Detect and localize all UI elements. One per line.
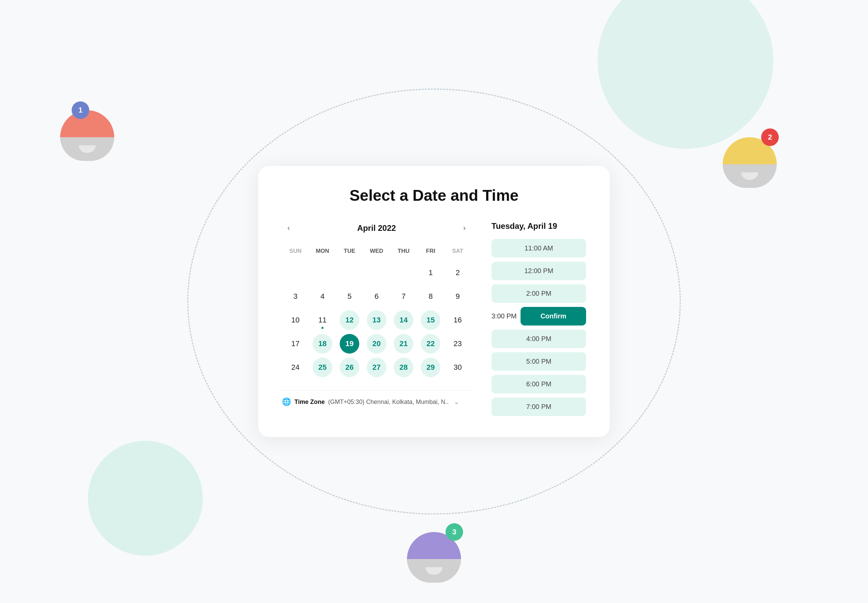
- avatar-2-body: [723, 164, 777, 188]
- day-17[interactable]: 17: [282, 333, 309, 354]
- day-header-fri: FRI: [417, 245, 444, 260]
- day-11[interactable]: 11: [309, 309, 336, 331]
- chevron-down-icon: ⌄: [454, 398, 459, 406]
- day-empty: [309, 262, 336, 284]
- day-26[interactable]: 26: [340, 358, 359, 377]
- day-9[interactable]: 9: [444, 286, 471, 307]
- day-4[interactable]: 4: [309, 286, 336, 307]
- main-card: Select a Date and Time ‹ April 2022 › SU…: [258, 166, 610, 437]
- day-13[interactable]: 13: [367, 310, 386, 330]
- day-header-thu: THU: [390, 245, 417, 260]
- timezone-label: Time Zone: [294, 399, 325, 406]
- month-label: April 2022: [357, 223, 396, 233]
- day-empty: [363, 262, 390, 284]
- bg-circle-bottom-left: [88, 441, 203, 556]
- avatar-2-badge: 2: [761, 128, 779, 146]
- next-month-button[interactable]: ›: [458, 221, 471, 235]
- time-label-300pm: 3:00 PM: [491, 312, 516, 320]
- confirm-button[interactable]: Confirm: [520, 307, 586, 326]
- day-28[interactable]: 28: [394, 358, 413, 377]
- day-header-sat: SAT: [444, 245, 471, 260]
- timezone-selector[interactable]: 🌐 Time Zone (GMT+05:30) Chennai, Kolkata…: [282, 390, 471, 406]
- day-empty: [390, 262, 417, 284]
- time-slot-700pm[interactable]: 7:00 PM: [491, 397, 586, 416]
- day-3[interactable]: 3: [282, 286, 309, 307]
- day-27[interactable]: 27: [367, 358, 386, 377]
- avatar-1-body: [60, 137, 114, 161]
- avatar-3-face: [426, 567, 442, 575]
- day-25[interactable]: 25: [313, 358, 332, 377]
- avatar-2-face: [741, 172, 758, 180]
- day-19[interactable]: 19: [340, 334, 359, 354]
- day-14[interactable]: 14: [394, 310, 413, 330]
- avatar-1-face: [79, 145, 96, 153]
- globe-icon: 🌐: [282, 397, 291, 406]
- avatar-1-badge: 1: [72, 101, 89, 119]
- day-22[interactable]: 22: [421, 334, 440, 354]
- day-2[interactable]: 2: [444, 262, 471, 284]
- day-7[interactable]: 7: [390, 286, 417, 307]
- avatar-3: 3: [407, 523, 461, 583]
- time-slot-600pm[interactable]: 6:00 PM: [491, 375, 586, 393]
- day-23[interactable]: 23: [444, 333, 471, 354]
- timezone-value: (GMT+05:30) Chennai, Kolkata, Mumbai, N.…: [328, 399, 449, 406]
- day-15[interactable]: 15: [421, 310, 440, 330]
- day-16[interactable]: 16: [444, 309, 471, 331]
- time-slot-1100am[interactable]: 11:00 AM: [491, 239, 586, 258]
- day-empty: [282, 262, 309, 284]
- prev-month-button[interactable]: ‹: [282, 221, 295, 235]
- day-20[interactable]: 20: [367, 334, 386, 354]
- day-header-tue: TUE: [336, 245, 363, 260]
- day-header-wed: WED: [363, 245, 390, 260]
- day-empty: [336, 262, 363, 284]
- day-6[interactable]: 6: [363, 286, 390, 307]
- day-30[interactable]: 30: [444, 357, 471, 378]
- time-slot-row-300pm: 3:00 PM Confirm: [491, 307, 586, 326]
- day-29[interactable]: 29: [421, 358, 440, 377]
- day-8[interactable]: 8: [417, 286, 444, 307]
- day-header-sun: SUN: [282, 245, 309, 260]
- time-slot-1200pm[interactable]: 12:00 PM: [491, 261, 586, 280]
- day-10[interactable]: 10: [282, 309, 309, 331]
- day-5[interactable]: 5: [336, 286, 363, 307]
- calendar-grid: SUN MON TUE WED THU FRI SAT 1 2 3 4 5 6: [282, 245, 471, 378]
- card-body: ‹ April 2022 › SUN MON TUE WED THU FRI S…: [282, 221, 586, 420]
- day-12[interactable]: 12: [340, 310, 359, 330]
- avatar-1: 1: [60, 101, 114, 161]
- avatar-2: 2: [723, 128, 777, 188]
- bg-circle-top-right: [598, 0, 773, 149]
- time-section: Tuesday, April 19 11:00 AM 12:00 PM 2:00…: [491, 221, 586, 420]
- day-21[interactable]: 21: [394, 334, 413, 354]
- time-slot-400pm[interactable]: 4:00 PM: [491, 329, 586, 348]
- page-title: Select a Date and Time: [282, 186, 586, 204]
- time-slot-200pm[interactable]: 2:00 PM: [491, 284, 586, 303]
- day-24[interactable]: 24: [282, 357, 309, 378]
- calendar-nav: ‹ April 2022 ›: [282, 221, 471, 235]
- time-panel-header: Tuesday, April 19: [491, 221, 586, 231]
- avatar-3-badge: 3: [445, 523, 463, 541]
- day-18[interactable]: 18: [313, 334, 332, 354]
- avatar-3-body: [407, 559, 461, 583]
- calendar-section: ‹ April 2022 › SUN MON TUE WED THU FRI S…: [282, 221, 471, 420]
- day-1[interactable]: 1: [417, 262, 444, 284]
- day-header-mon: MON: [309, 245, 336, 260]
- time-slot-500pm[interactable]: 5:00 PM: [491, 352, 586, 371]
